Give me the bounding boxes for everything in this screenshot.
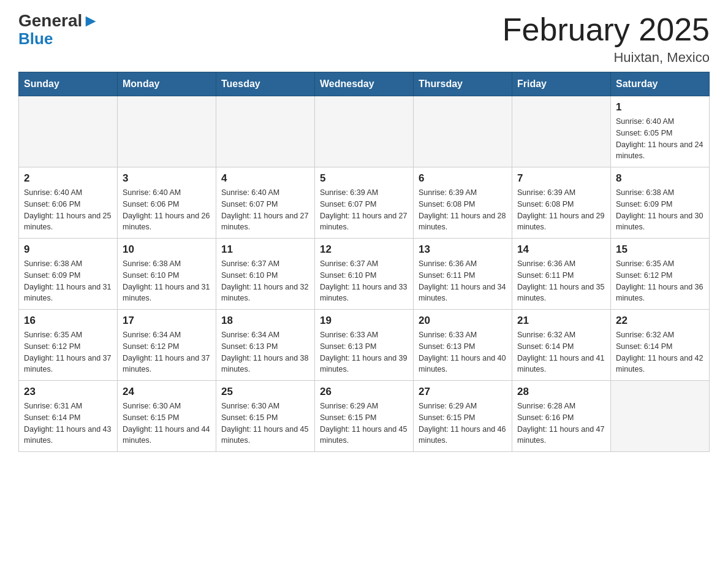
- table-row: 4Sunrise: 6:40 AMSunset: 6:07 PMDaylight…: [216, 167, 315, 239]
- table-row: 2Sunrise: 6:40 AMSunset: 6:06 PMDaylight…: [19, 167, 118, 239]
- table-row: 22Sunrise: 6:32 AMSunset: 6:14 PMDayligh…: [611, 310, 710, 381]
- cell-sun-info: Sunrise: 6:33 AMSunset: 6:13 PMDaylight:…: [320, 329, 408, 375]
- logo-bottom: Blue: [18, 31, 53, 47]
- cell-sun-info: Sunrise: 6:33 AMSunset: 6:13 PMDaylight:…: [419, 329, 507, 375]
- table-row: 20Sunrise: 6:33 AMSunset: 6:13 PMDayligh…: [414, 310, 512, 381]
- table-row: [414, 96, 512, 167]
- cell-sun-info: Sunrise: 6:37 AMSunset: 6:10 PMDaylight:…: [320, 258, 408, 304]
- cell-day-number: 1: [616, 101, 704, 113]
- table-row: [216, 96, 315, 167]
- calendar-title: February 2025: [502, 12, 710, 47]
- cell-day-number: 2: [24, 172, 112, 185]
- cell-sun-info: Sunrise: 6:40 AMSunset: 6:07 PMDaylight:…: [221, 187, 309, 233]
- table-row: 24Sunrise: 6:30 AMSunset: 6:15 PMDayligh…: [118, 381, 216, 452]
- cell-sun-info: Sunrise: 6:37 AMSunset: 6:10 PMDaylight:…: [221, 258, 309, 304]
- cell-sun-info: Sunrise: 6:32 AMSunset: 6:14 PMDaylight:…: [616, 329, 704, 375]
- cell-day-number: 4: [221, 172, 309, 185]
- cell-day-number: 24: [123, 386, 211, 398]
- header-monday: Monday: [118, 72, 216, 96]
- cell-day-number: 26: [320, 386, 408, 398]
- header-sunday: Sunday: [19, 72, 118, 96]
- calendar-header-row: Sunday Monday Tuesday Wednesday Thursday…: [19, 72, 710, 96]
- cell-sun-info: Sunrise: 6:39 AMSunset: 6:08 PMDaylight:…: [419, 187, 507, 233]
- cell-day-number: 9: [24, 243, 112, 256]
- table-row: 10Sunrise: 6:38 AMSunset: 6:10 PMDayligh…: [118, 239, 216, 310]
- cell-day-number: 18: [221, 315, 309, 327]
- table-row: 15Sunrise: 6:35 AMSunset: 6:12 PMDayligh…: [611, 239, 710, 310]
- cell-day-number: 6: [419, 172, 507, 185]
- cell-day-number: 12: [320, 243, 408, 256]
- cell-day-number: 28: [517, 386, 605, 398]
- table-row: [19, 96, 118, 167]
- cell-sun-info: Sunrise: 6:39 AMSunset: 6:07 PMDaylight:…: [320, 187, 408, 233]
- table-row: 18Sunrise: 6:34 AMSunset: 6:13 PMDayligh…: [216, 310, 315, 381]
- cell-sun-info: Sunrise: 6:35 AMSunset: 6:12 PMDaylight:…: [24, 329, 112, 375]
- logo-arrow-icon: ►: [82, 11, 99, 30]
- table-row: 26Sunrise: 6:29 AMSunset: 6:15 PMDayligh…: [315, 381, 414, 452]
- calendar-subtitle: Huixtan, Mexico: [502, 50, 710, 66]
- table-row: 17Sunrise: 6:34 AMSunset: 6:12 PMDayligh…: [118, 310, 216, 381]
- cell-day-number: 22: [616, 315, 704, 327]
- table-row: 6Sunrise: 6:39 AMSunset: 6:08 PMDaylight…: [414, 167, 512, 239]
- cell-sun-info: Sunrise: 6:29 AMSunset: 6:15 PMDaylight:…: [419, 400, 507, 446]
- table-row: 21Sunrise: 6:32 AMSunset: 6:14 PMDayligh…: [512, 310, 611, 381]
- header-saturday: Saturday: [611, 72, 710, 96]
- logo-top: General►: [18, 12, 99, 29]
- cell-day-number: 15: [616, 243, 704, 256]
- table-row: 16Sunrise: 6:35 AMSunset: 6:12 PMDayligh…: [19, 310, 118, 381]
- table-row: 23Sunrise: 6:31 AMSunset: 6:14 PMDayligh…: [19, 381, 118, 452]
- table-row: 8Sunrise: 6:38 AMSunset: 6:09 PMDaylight…: [611, 167, 710, 239]
- cell-day-number: 21: [517, 315, 605, 327]
- cell-sun-info: Sunrise: 6:40 AMSunset: 6:06 PMDaylight:…: [123, 187, 211, 233]
- header-wednesday: Wednesday: [315, 72, 414, 96]
- cell-day-number: 11: [221, 243, 309, 256]
- table-row: 27Sunrise: 6:29 AMSunset: 6:15 PMDayligh…: [414, 381, 512, 452]
- table-row: 12Sunrise: 6:37 AMSunset: 6:10 PMDayligh…: [315, 239, 414, 310]
- cell-sun-info: Sunrise: 6:39 AMSunset: 6:08 PMDaylight:…: [517, 187, 605, 233]
- cell-sun-info: Sunrise: 6:30 AMSunset: 6:15 PMDaylight:…: [123, 400, 211, 446]
- calendar-week-row: 23Sunrise: 6:31 AMSunset: 6:14 PMDayligh…: [19, 381, 710, 452]
- calendar-week-row: 9Sunrise: 6:38 AMSunset: 6:09 PMDaylight…: [19, 239, 710, 310]
- cell-sun-info: Sunrise: 6:36 AMSunset: 6:11 PMDaylight:…: [517, 258, 605, 304]
- table-row: 28Sunrise: 6:28 AMSunset: 6:16 PMDayligh…: [512, 381, 611, 452]
- cell-sun-info: Sunrise: 6:35 AMSunset: 6:12 PMDaylight:…: [616, 258, 704, 304]
- cell-sun-info: Sunrise: 6:34 AMSunset: 6:13 PMDaylight:…: [221, 329, 309, 375]
- calendar-week-row: 2Sunrise: 6:40 AMSunset: 6:06 PMDaylight…: [19, 167, 710, 239]
- table-row: 1Sunrise: 6:40 AMSunset: 6:05 PMDaylight…: [611, 96, 710, 167]
- logo: General► Blue: [18, 12, 99, 47]
- cell-day-number: 7: [517, 172, 605, 185]
- table-row: 7Sunrise: 6:39 AMSunset: 6:08 PMDaylight…: [512, 167, 611, 239]
- cell-day-number: 19: [320, 315, 408, 327]
- table-row: [315, 96, 414, 167]
- table-row: [118, 96, 216, 167]
- cell-day-number: 3: [123, 172, 211, 185]
- cell-day-number: 10: [123, 243, 211, 256]
- cell-day-number: 8: [616, 172, 704, 185]
- table-row: 5Sunrise: 6:39 AMSunset: 6:07 PMDaylight…: [315, 167, 414, 239]
- cell-day-number: 5: [320, 172, 408, 185]
- cell-sun-info: Sunrise: 6:38 AMSunset: 6:09 PMDaylight:…: [616, 187, 704, 233]
- cell-sun-info: Sunrise: 6:40 AMSunset: 6:06 PMDaylight:…: [24, 187, 112, 233]
- cell-sun-info: Sunrise: 6:29 AMSunset: 6:15 PMDaylight:…: [320, 400, 408, 446]
- table-row: 9Sunrise: 6:38 AMSunset: 6:09 PMDaylight…: [19, 239, 118, 310]
- header-tuesday: Tuesday: [216, 72, 315, 96]
- cell-sun-info: Sunrise: 6:31 AMSunset: 6:14 PMDaylight:…: [24, 400, 112, 446]
- calendar-week-row: 16Sunrise: 6:35 AMSunset: 6:12 PMDayligh…: [19, 310, 710, 381]
- table-row: [611, 381, 710, 452]
- cell-day-number: 27: [419, 386, 507, 398]
- cell-sun-info: Sunrise: 6:38 AMSunset: 6:10 PMDaylight:…: [123, 258, 211, 304]
- cell-sun-info: Sunrise: 6:30 AMSunset: 6:15 PMDaylight:…: [221, 400, 309, 446]
- cell-sun-info: Sunrise: 6:34 AMSunset: 6:12 PMDaylight:…: [123, 329, 211, 375]
- cell-sun-info: Sunrise: 6:28 AMSunset: 6:16 PMDaylight:…: [517, 400, 605, 446]
- table-row: 25Sunrise: 6:30 AMSunset: 6:15 PMDayligh…: [216, 381, 315, 452]
- cell-sun-info: Sunrise: 6:40 AMSunset: 6:05 PMDaylight:…: [616, 116, 704, 162]
- cell-day-number: 14: [517, 243, 605, 256]
- cell-sun-info: Sunrise: 6:32 AMSunset: 6:14 PMDaylight:…: [517, 329, 605, 375]
- cell-sun-info: Sunrise: 6:36 AMSunset: 6:11 PMDaylight:…: [419, 258, 507, 304]
- table-row: 13Sunrise: 6:36 AMSunset: 6:11 PMDayligh…: [414, 239, 512, 310]
- cell-day-number: 16: [24, 315, 112, 327]
- table-row: 3Sunrise: 6:40 AMSunset: 6:06 PMDaylight…: [118, 167, 216, 239]
- cell-day-number: 13: [419, 243, 507, 256]
- table-row: 14Sunrise: 6:36 AMSunset: 6:11 PMDayligh…: [512, 239, 611, 310]
- page-header: General► Blue February 2025 Huixtan, Mex…: [18, 12, 710, 66]
